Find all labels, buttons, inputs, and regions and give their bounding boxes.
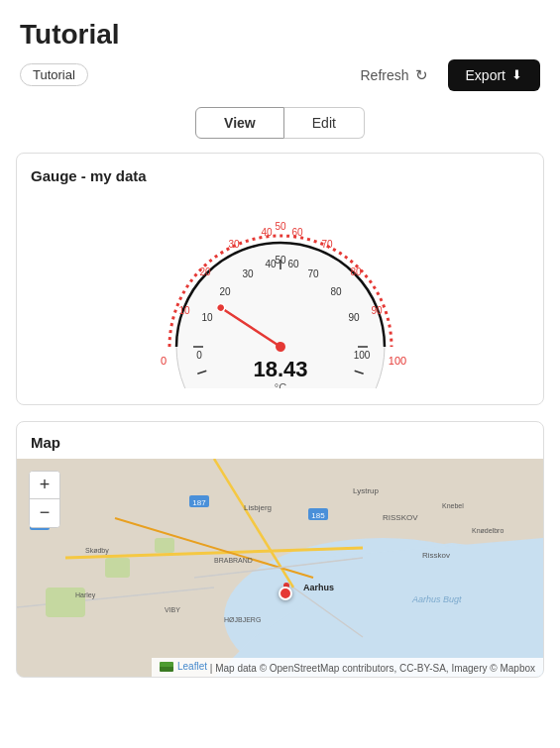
svg-text:90: 90 xyxy=(371,305,383,316)
breadcrumb: Tutorial xyxy=(20,63,88,86)
svg-text:10: 10 xyxy=(178,305,190,316)
header-left: Tutorial xyxy=(20,18,120,52)
leaflet-credit: Leaflet xyxy=(160,661,207,672)
export-label: Export xyxy=(466,67,505,83)
svg-text:60: 60 xyxy=(291,227,303,238)
map-widget: Map Aarhus Lis xyxy=(16,421,544,678)
gauge-container: 0 100 10 90 20 80 30 70 40 60 xyxy=(31,190,529,394)
map-title: Map xyxy=(17,422,543,459)
svg-text:100: 100 xyxy=(388,355,405,367)
map-marker xyxy=(279,587,292,600)
svg-text:187: 187 xyxy=(192,498,206,507)
svg-text:20: 20 xyxy=(199,267,211,277)
map-attribution-text: | Map data © OpenStreetMap contributors,… xyxy=(210,663,535,674)
gauge-title: Gauge - my data xyxy=(31,167,529,184)
svg-text:70: 70 xyxy=(321,239,333,250)
page-title: Tutorial xyxy=(20,18,120,52)
gauge-svg: 0 100 10 90 20 80 30 70 40 60 xyxy=(142,200,419,388)
svg-text:30: 30 xyxy=(242,268,254,279)
header-actions: Refresh ↻ Export ⬇ xyxy=(351,59,541,91)
svg-text:Lisbjerg: Lisbjerg xyxy=(244,503,272,512)
svg-text:Knebel: Knebel xyxy=(442,502,464,509)
svg-text:Aarhus Bugt: Aarhus Bugt xyxy=(411,594,462,604)
refresh-button[interactable]: Refresh ↻ xyxy=(351,60,438,90)
svg-text:Knødelbro: Knødelbro xyxy=(472,527,504,534)
svg-text:70: 70 xyxy=(307,268,319,279)
tabs-bar: View Edit xyxy=(0,101,560,153)
zoom-in-button[interactable]: + xyxy=(30,472,59,499)
svg-text:Harley: Harley xyxy=(75,591,96,599)
svg-rect-53 xyxy=(155,538,174,553)
svg-text:30: 30 xyxy=(228,239,240,250)
leaflet-link[interactable]: Leaflet xyxy=(177,661,207,672)
svg-text:90: 90 xyxy=(348,312,360,323)
tab-view[interactable]: View xyxy=(195,107,284,139)
svg-text:18.43: 18.43 xyxy=(253,357,307,381)
svg-text:100: 100 xyxy=(353,350,370,361)
svg-text:0: 0 xyxy=(196,350,202,361)
svg-text:VIBY: VIBY xyxy=(165,606,180,613)
svg-text:60: 60 xyxy=(287,259,299,269)
svg-text:HØJBJERG: HØJBJERG xyxy=(224,616,261,623)
svg-text:RISSKOV: RISSKOV xyxy=(383,513,418,522)
map-zoom-controls: + − xyxy=(29,471,60,528)
export-button[interactable]: Export ⬇ xyxy=(448,59,540,91)
svg-text:Skødby: Skødby xyxy=(85,547,109,555)
map-background-svg: Aarhus Lisbjerg Lystrup RISSKOV BRABRAND… xyxy=(17,459,543,677)
map-attribution: Leaflet | Map data © OpenStreetMap contr… xyxy=(152,658,543,677)
svg-text:Risskov: Risskov xyxy=(422,551,450,560)
svg-text:°C: °C xyxy=(274,381,285,388)
svg-text:185: 185 xyxy=(311,511,325,520)
svg-text:0: 0 xyxy=(160,355,166,367)
refresh-icon: ↻ xyxy=(415,66,428,84)
svg-text:80: 80 xyxy=(330,286,342,297)
svg-text:20: 20 xyxy=(219,286,231,297)
zoom-out-button[interactable]: − xyxy=(30,499,59,527)
leaflet-logo xyxy=(160,662,173,672)
svg-text:BRABRAND: BRABRAND xyxy=(214,557,253,564)
refresh-label: Refresh xyxy=(361,67,409,83)
breadcrumb-bar: Tutorial Refresh ↻ Export ⬇ xyxy=(0,59,560,101)
svg-text:40: 40 xyxy=(261,227,273,238)
svg-text:10: 10 xyxy=(201,312,213,323)
svg-rect-52 xyxy=(105,558,130,578)
svg-text:80: 80 xyxy=(350,267,362,277)
gauge-widget: Gauge - my data 0 xyxy=(16,153,544,405)
tab-edit[interactable]: Edit xyxy=(284,107,365,139)
svg-text:50: 50 xyxy=(275,221,286,232)
download-icon: ⬇ xyxy=(511,67,522,82)
svg-text:Lystrup: Lystrup xyxy=(353,486,379,495)
svg-text:Aarhus: Aarhus xyxy=(303,583,334,592)
header: Tutorial xyxy=(0,0,560,59)
map-area: Aarhus Lisbjerg Lystrup RISSKOV BRABRAND… xyxy=(17,459,543,677)
